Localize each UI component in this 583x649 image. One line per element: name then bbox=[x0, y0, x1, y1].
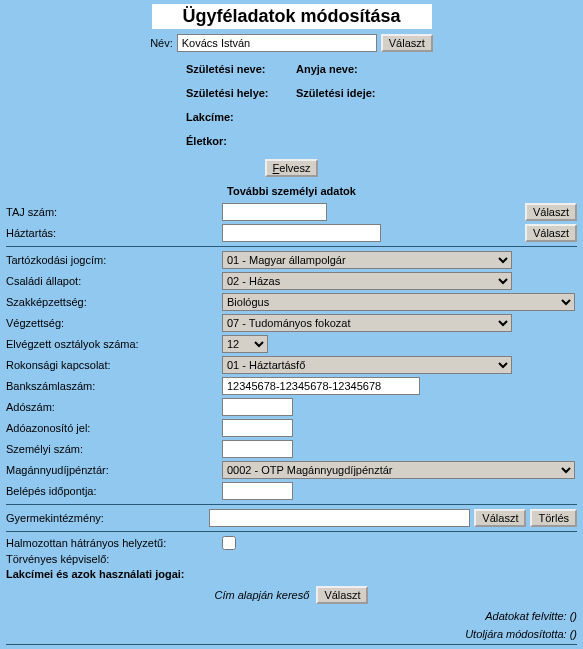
kinship-label: Rokonsági kapcsolat: bbox=[6, 359, 222, 371]
kinship-select[interactable]: 01 - Háztartásfő bbox=[222, 356, 512, 374]
residence-label: Tartózkodási jogcím: bbox=[6, 254, 222, 266]
modified-by-label: Utoljára módosította: () bbox=[6, 628, 577, 640]
search-select-button[interactable]: Választ bbox=[316, 586, 368, 604]
taj-label: TAJ szám: bbox=[6, 206, 222, 218]
disadvantaged-checkbox[interactable] bbox=[222, 536, 236, 550]
birth-name-label: Születési neve: bbox=[186, 63, 296, 75]
birth-place-label: Születési helye: bbox=[186, 87, 296, 99]
taj-select-button[interactable]: Választ bbox=[525, 203, 577, 221]
more-personal-heading: További személyi adatok bbox=[6, 185, 577, 197]
marital-label: Családi állapot: bbox=[6, 275, 222, 287]
pension-select[interactable]: 0002 - OTP Magánnyugdíjpénztár bbox=[222, 461, 575, 479]
page-title: Ügyféladatok módosítása bbox=[152, 4, 432, 29]
tax-field[interactable] bbox=[222, 398, 293, 416]
child-inst-field[interactable] bbox=[209, 509, 470, 527]
household-label: Háztartás: bbox=[6, 227, 222, 239]
classes-label: Elvégzett osztályok száma: bbox=[6, 338, 222, 350]
education-select[interactable]: 07 - Tudományos fokozat bbox=[222, 314, 512, 332]
household-field[interactable] bbox=[222, 224, 381, 242]
classes-select[interactable]: 12 bbox=[222, 335, 268, 353]
education-label: Végzettség: bbox=[6, 317, 222, 329]
entry-date-field[interactable] bbox=[222, 482, 293, 500]
household-select-button[interactable]: Választ bbox=[525, 224, 577, 242]
child-inst-delete-button[interactable]: Törlés bbox=[530, 509, 577, 527]
birth-date-label: Születési ideje: bbox=[296, 87, 375, 99]
qualification-select[interactable]: Biológus bbox=[222, 293, 575, 311]
name-label: Név: bbox=[150, 37, 177, 49]
tax-id-label: Adóazonosító jel: bbox=[6, 422, 222, 434]
bank-field[interactable] bbox=[222, 377, 420, 395]
name-select-button[interactable]: Választ bbox=[381, 34, 433, 52]
personal-num-label: Személyi szám: bbox=[6, 443, 222, 455]
qualification-label: Szakképzettség: bbox=[6, 296, 222, 308]
created-by-label: Adatokat felvitte: () bbox=[6, 610, 577, 622]
addresses-label: Lakcímei és azok használati jogai: bbox=[6, 568, 185, 580]
search-label: Cím alapján kereső bbox=[215, 589, 314, 601]
child-inst-label: Gyermekintézmény: bbox=[6, 512, 209, 524]
name-field[interactable] bbox=[177, 34, 377, 52]
child-inst-select-button[interactable]: Választ bbox=[474, 509, 526, 527]
tax-id-field[interactable] bbox=[222, 419, 293, 437]
disadvantaged-label: Halmozottan hátrányos helyzetű: bbox=[6, 537, 222, 549]
legal-rep-label: Törvényes képviselő: bbox=[6, 553, 222, 565]
marital-select[interactable]: 02 - Házas bbox=[222, 272, 512, 290]
tax-label: Adószám: bbox=[6, 401, 222, 413]
pension-label: Magánnyudíjpénztár: bbox=[6, 464, 222, 476]
add-button[interactable]: Felvesz bbox=[265, 159, 319, 177]
mother-name-label: Anyja neve: bbox=[296, 63, 358, 75]
entry-date-label: Belépés időpontja: bbox=[6, 485, 222, 497]
taj-field[interactable] bbox=[222, 203, 327, 221]
bank-label: Bankszámlaszám: bbox=[6, 380, 222, 392]
address-label: Lakcíme: bbox=[186, 111, 234, 123]
age-label: Életkor: bbox=[186, 135, 227, 147]
personal-num-field[interactable] bbox=[222, 440, 293, 458]
residence-select[interactable]: 01 - Magyar állampolgár bbox=[222, 251, 512, 269]
